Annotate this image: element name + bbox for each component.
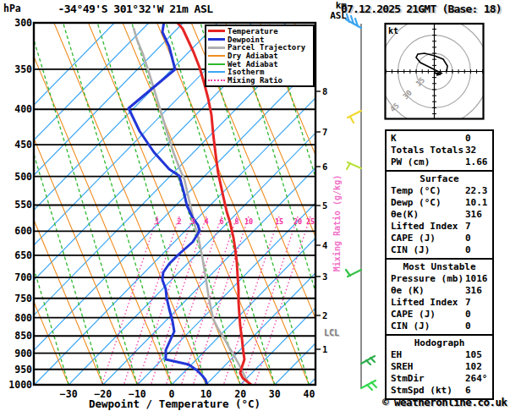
indices-box-header: Most Unstable: [391, 261, 488, 273]
temperature-legend-swatch: [208, 30, 225, 32]
indices-box: K0Totals Totals32PW (cm)1.66: [385, 129, 494, 172]
indices-row-value: 22.3: [465, 185, 488, 197]
mixing-ratio-label: 10: [241, 217, 256, 226]
km-tick-label: 3: [322, 271, 327, 282]
mixing-ratio-legend-swatch: [208, 79, 225, 81]
wet-adiabat-line: [63, 23, 172, 385]
km-tick-label: 6: [322, 162, 327, 172]
dewpoint-legend-swatch: [208, 38, 225, 41]
wet-adiabat-line: [29, 23, 137, 385]
indices-row: θe(K)316: [391, 209, 488, 221]
indices-row: Pressure (mb)1016: [391, 273, 488, 285]
lcl-marker-label: LCL: [324, 328, 339, 337]
indices-box: SurfaceTemp (°C)22.3Dewp (°C)10.1θe(K)31…: [385, 170, 494, 260]
indices-row-label: SREH: [391, 361, 414, 372]
indices-row-value: 0: [465, 233, 471, 244]
km-tick-label: 1: [322, 344, 327, 354]
temperature-tick-label: 0: [155, 388, 189, 400]
temperature-tick-label: 20: [223, 388, 257, 400]
temperature-tick-label: 40: [292, 388, 326, 400]
indices-row-value: 1016: [465, 273, 488, 285]
mixing-ratio-label: 25: [303, 217, 318, 226]
temperature-tick-label: −10: [120, 388, 154, 400]
indices-row: K0: [391, 133, 488, 145]
mixing-ratio-line: [242, 216, 298, 385]
indices-row-value: 316: [465, 285, 482, 297]
indices-row-value: 264°: [465, 373, 488, 385]
indices-row: PW (cm)1.66: [391, 156, 488, 168]
indices-row: Totals Totals32: [391, 145, 488, 156]
pressure-tick-label: 550: [2, 199, 32, 211]
indices-box: HodographEH105SREH102StmDir264°StmSpd (k…: [385, 334, 494, 400]
indices-row: StmSpd (kt)6: [391, 385, 488, 397]
wind-barb: [346, 270, 361, 277]
wind-barb: [361, 356, 375, 364]
indices-row-label: CAPE (J): [391, 233, 436, 244]
indices-row-value: 6: [465, 385, 471, 397]
indices-row-value: 7: [465, 221, 471, 233]
indices-row: StmDir264°: [391, 373, 488, 385]
indices-row-label: θe(K): [391, 209, 419, 220]
pressure-tick-label: 600: [2, 225, 32, 237]
pressure-tick-label: 750: [2, 293, 32, 304]
indices-row: θe (K)316: [391, 285, 488, 297]
pressure-tick-label: 1000: [2, 379, 32, 391]
pressure-tick-label: 850: [2, 330, 32, 342]
indices-row-label: Temp (°C): [391, 185, 442, 196]
mixing-ratio-label: 1: [150, 217, 165, 226]
indices-row: CIN (J)0: [391, 321, 488, 332]
legend-item-label: Wet Adiabat: [228, 60, 278, 68]
pressure-tick-label: 700: [2, 271, 32, 283]
indices-row-label: StmDir: [391, 373, 425, 384]
legend-item: Mixing Ratio: [208, 76, 311, 85]
legend-item: Parcel Trajectory: [208, 43, 311, 52]
legend-item: Isotherm: [208, 68, 311, 76]
indices-row-label: Lifted Index: [391, 297, 458, 308]
pressure-tick-label: 450: [2, 139, 32, 151]
pressure-tick-label: 800: [2, 312, 32, 324]
temperature-tick-label: −20: [86, 388, 120, 400]
indices-row-label: PW (cm): [391, 156, 430, 167]
isotherm-legend-swatch: [208, 71, 225, 73]
indices-row-label: Pressure (mb): [391, 273, 463, 284]
indices-panel: K0Totals Totals32PW (cm)1.66SurfaceTemp …: [385, 131, 494, 400]
indices-box-header: Surface: [391, 173, 488, 185]
mixing-ratio-line: [255, 216, 310, 385]
indices-row-label: Lifted Index: [391, 221, 458, 232]
indices-box-header: Hodograph: [391, 337, 488, 349]
dry-adiabat-legend-swatch: [208, 55, 225, 57]
run-datetime: 07.12.2025 21GMT (Base: 18): [341, 3, 502, 15]
indices-row-label: StmSpd (kt): [391, 385, 452, 396]
km-tick-label: 5: [322, 200, 327, 211]
indices-row-value: 0: [465, 321, 471, 332]
indices-row-value: 0: [465, 244, 471, 256]
pressure-tick-label: 950: [2, 364, 32, 375]
legend-item-label: Mixing Ratio: [228, 76, 282, 85]
indices-row-label: EH: [391, 349, 402, 360]
indices-row-label: Totals Totals: [391, 145, 463, 156]
km-tick-label: 8: [322, 86, 327, 96]
indices-row-label: CAPE (J): [391, 309, 436, 320]
indices-box: Most UnstablePressure (mb)1016θe (K)316L…: [385, 258, 494, 336]
pressure-tick-label: 900: [2, 348, 32, 359]
legend-item-label: Parcel Trajectory: [228, 43, 305, 52]
indices-row: Dewp (°C)10.1: [391, 197, 488, 209]
wind-barb: [346, 14, 361, 28]
indices-row: Lifted Index7: [391, 221, 488, 233]
legend-item-label: Temperature: [228, 27, 278, 36]
indices-row-value: 0: [465, 133, 471, 145]
km-tick-label: 7: [322, 127, 327, 137]
indices-row: Temp (°C)22.3: [391, 185, 488, 197]
legend: TemperatureDewpointParcel TrajectoryDry …: [205, 25, 315, 87]
pressure-tick-label: 650: [2, 249, 32, 261]
indices-row: CAPE (J)0: [391, 309, 488, 321]
pressure-tick-label: 500: [2, 171, 32, 183]
wet-adiabat-legend-swatch: [208, 63, 225, 65]
indices-row-value: 1.66: [465, 156, 488, 168]
temperature-tick-label: −30: [52, 388, 85, 400]
temperature-tick-label: 30: [258, 388, 292, 400]
legend-item-label: Dewpoint: [228, 36, 264, 44]
km-tick-label: 4: [322, 240, 327, 250]
pressure-axis-unit: hPa: [3, 3, 21, 14]
parcel-trajectory-legend-swatch: [208, 47, 225, 49]
